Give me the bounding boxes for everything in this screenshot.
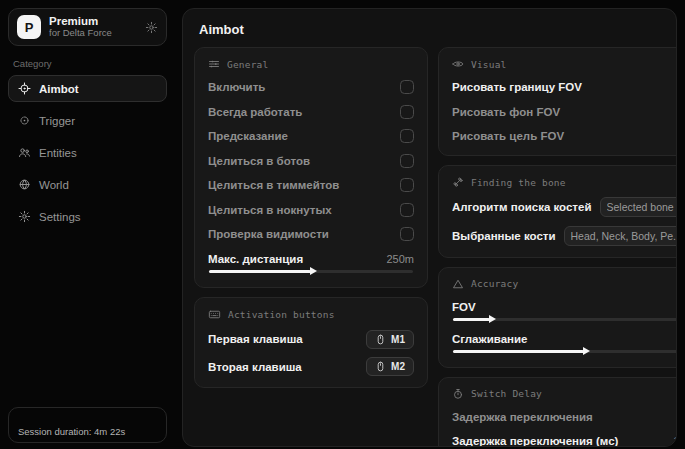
slider-fill xyxy=(453,350,584,353)
mouse-icon xyxy=(375,361,386,372)
dropdown-value: Selected bone xyxy=(607,201,674,213)
setting-row: Целиться в тиммейтов xyxy=(208,177,414,193)
card-title: Switch Delay xyxy=(471,388,542,399)
smoothing-slider[interactable] xyxy=(453,350,677,353)
first-key-binding[interactable]: M1 xyxy=(366,330,414,349)
setting-label: Вторая клавиша xyxy=(208,361,358,373)
setting-row: Целиться в ботов xyxy=(208,153,414,169)
app-window: P Premium for Delta Force Category xyxy=(0,0,685,449)
setting-label: Задержка переключения xyxy=(452,411,677,423)
sidebar-item-aimbot[interactable]: Aimbot xyxy=(8,75,167,102)
setting-label: Целиться в тиммейтов xyxy=(208,179,392,191)
category-label: Category xyxy=(13,58,167,69)
max-distance-value: 250m xyxy=(386,253,414,265)
setting-row: Рисовать цель FOV xyxy=(452,128,677,144)
setting-label: Рисовать цель FOV xyxy=(452,130,673,142)
sidebar-nav: Aimbot Trigger Entities xyxy=(8,75,167,230)
right-column: Visual Рисовать границу FOV Рисовать фон… xyxy=(438,47,677,447)
aim-knocked-checkbox[interactable] xyxy=(400,203,414,217)
key-label: M2 xyxy=(391,361,405,372)
trigger-icon xyxy=(18,114,31,127)
finding-bone-card: Finding the bone Алгоритм поиска костей … xyxy=(438,165,677,258)
setting-label: Макс. дистанция xyxy=(208,253,378,265)
prediction-checkbox[interactable] xyxy=(400,129,414,143)
eye-icon xyxy=(452,58,464,70)
setting-label: Всегда работать xyxy=(208,106,392,118)
setting-row: Сглаживание 50% xyxy=(452,331,677,347)
card-title: Activation buttons xyxy=(228,309,335,320)
globe-icon xyxy=(18,178,31,191)
sidebar-item-label: World xyxy=(39,179,69,191)
switch-delay-card: Switch Delay Задержка переключения Задер… xyxy=(438,377,677,448)
setting-label: Сглаживание xyxy=(452,333,677,345)
setting-row: Алгоритм поиска костей Selected bone xyxy=(452,197,677,217)
setting-label: Алгоритм поиска костей xyxy=(452,201,592,213)
setting-row: Задержка переключения xyxy=(452,409,677,425)
setting-label: Целиться в ботов xyxy=(208,155,392,167)
setting-row: FOV 60° xyxy=(452,299,677,315)
sidebar-item-label: Settings xyxy=(39,211,81,223)
sidebar-item-settings[interactable]: Settings xyxy=(8,203,167,230)
page-title: Aimbot xyxy=(199,22,665,37)
setting-label: FOV xyxy=(452,301,677,313)
setting-row: Включить xyxy=(208,79,414,95)
setting-label: Включить xyxy=(208,81,392,93)
card-title: Accuracy xyxy=(471,278,518,289)
dropdown-value: Head, Neck, Body, Pe.. xyxy=(571,230,677,242)
triangle-icon xyxy=(452,278,464,290)
sidebar: P Premium for Delta Force Category xyxy=(0,0,175,449)
setting-row: Выбранные кости Head, Neck, Body, Pe.. xyxy=(452,226,677,246)
bone-algorithm-dropdown[interactable]: Selected bone xyxy=(600,197,677,217)
max-distance-slider[interactable] xyxy=(209,270,413,273)
sidebar-item-label: Entities xyxy=(39,147,77,159)
setting-label: Задержка переключения (мс) xyxy=(452,435,665,447)
card-title: Visual xyxy=(471,59,507,70)
switch-delay-value: 1000 ms xyxy=(673,435,677,447)
second-key-binding[interactable]: M2 xyxy=(366,357,414,376)
setting-label: Выбранные кости xyxy=(452,230,556,242)
sidebar-item-world[interactable]: World xyxy=(8,171,167,198)
setting-label: Рисовать границу FOV xyxy=(452,81,673,93)
sidebar-item-entities[interactable]: Entities xyxy=(8,139,167,166)
visibility-check-checkbox[interactable] xyxy=(400,227,414,241)
aim-bots-checkbox[interactable] xyxy=(400,154,414,168)
setting-row: Задержка переключения (мс) 1000 ms xyxy=(452,433,677,447)
setting-row: Проверка видимости xyxy=(208,226,414,242)
aim-teammates-checkbox[interactable] xyxy=(400,178,414,192)
fov-slider[interactable] xyxy=(453,318,677,321)
activation-buttons-card: Activation buttons Первая клавиша M1 xyxy=(194,297,428,389)
users-icon xyxy=(18,146,31,159)
mouse-icon xyxy=(375,334,386,345)
setting-row: Целиться в нокнутых xyxy=(208,202,414,218)
setting-row: Первая клавиша M1 xyxy=(208,330,414,349)
visual-card: Visual Рисовать границу FOV Рисовать фон… xyxy=(438,47,677,156)
setting-row: Предсказание xyxy=(208,128,414,144)
selected-bones-dropdown[interactable]: Head, Neck, Body, Pe.. xyxy=(564,226,677,246)
card-title: General xyxy=(227,59,268,70)
setting-row: Макс. дистанция 250m xyxy=(208,251,414,267)
left-column: General Включить Всегда работать Предска… xyxy=(194,47,428,388)
brand-card: P Premium for Delta Force xyxy=(8,8,167,46)
slider-fill xyxy=(209,270,311,273)
sidebar-item-trigger[interactable]: Trigger xyxy=(8,107,167,134)
setting-label: Предсказание xyxy=(208,130,392,142)
setting-label: Рисовать фон FOV xyxy=(452,106,677,118)
bone-icon xyxy=(452,176,464,188)
sidebar-item-label: Aimbot xyxy=(39,83,79,95)
settings-gear-icon[interactable] xyxy=(145,21,158,34)
always-work-checkbox[interactable] xyxy=(400,105,414,119)
keyboard-icon xyxy=(208,308,221,321)
enable-checkbox[interactable] xyxy=(400,80,414,94)
crosshair-icon xyxy=(18,82,31,95)
setting-row: Рисовать фон FOV xyxy=(452,104,677,120)
slider-fill xyxy=(453,318,490,321)
setting-label: Целиться в нокнутых xyxy=(208,204,392,216)
setting-row: Рисовать границу FOV xyxy=(452,79,677,95)
gear-icon xyxy=(18,210,31,223)
accuracy-card: Accuracy FOV 60° Сглаживание 50% xyxy=(438,267,677,368)
brand-logo: P xyxy=(17,15,41,39)
stopwatch-icon xyxy=(452,388,464,400)
brand-subtitle: for Delta Force xyxy=(49,28,137,39)
setting-row: Вторая клавиша M2 xyxy=(208,357,414,376)
setting-row: Всегда работать xyxy=(208,104,414,120)
